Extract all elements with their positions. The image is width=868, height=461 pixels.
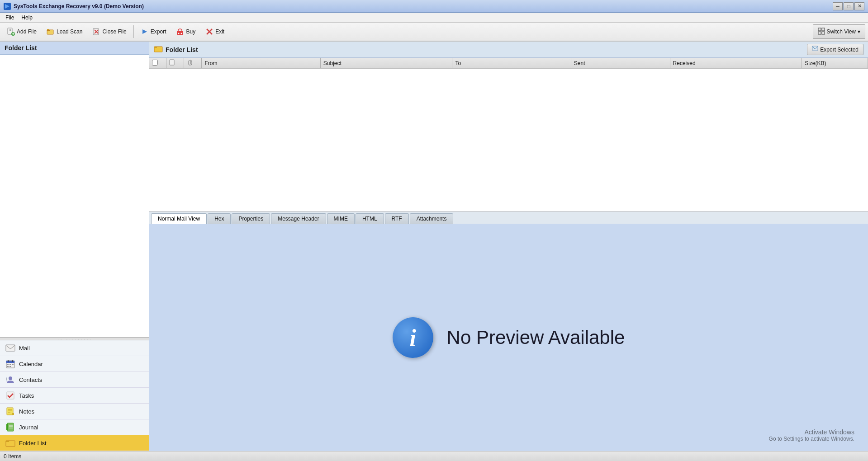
svg-rect-21 xyxy=(818,32,821,34)
tab-properties[interactable]: Properties xyxy=(232,213,270,224)
select-all-checkbox[interactable] xyxy=(152,60,158,66)
switch-view-button[interactable]: Switch View ▾ xyxy=(813,24,865,39)
sidebar-item-contacts-label: Contacts xyxy=(19,376,42,383)
svg-rect-34 xyxy=(6,377,7,381)
col-header-attach xyxy=(184,58,202,69)
no-preview-text: No Preview Available xyxy=(447,327,625,348)
minimize-button[interactable]: ─ xyxy=(833,2,843,10)
close-file-icon xyxy=(92,28,100,36)
exit-label: Exit xyxy=(215,28,224,35)
sidebar-item-journal-label: Journal xyxy=(19,424,38,431)
contacts-icon xyxy=(5,375,15,385)
sidebar-item-tasks-label: Tasks xyxy=(19,392,34,399)
sidebar-folder-list-title: Folder List xyxy=(0,42,149,55)
close-file-button[interactable]: Close File xyxy=(88,24,130,39)
tab-html[interactable]: HTML xyxy=(356,213,384,224)
col-header-received[interactable]: Received xyxy=(670,58,802,69)
export-selected-icon xyxy=(812,46,818,53)
close-button[interactable]: ✕ xyxy=(854,2,864,10)
col-header-sent[interactable]: Sent xyxy=(571,58,670,69)
mail-icon xyxy=(5,343,15,353)
col-header-from[interactable]: From xyxy=(202,58,320,69)
export-icon xyxy=(141,28,149,36)
main-content: Folder List · · · · · · · · · · · · Mail xyxy=(0,42,868,451)
col-header-to[interactable]: To xyxy=(452,58,571,69)
activate-windows: Activate Windows Go to Settings to activ… xyxy=(769,428,854,442)
folder-list-icon xyxy=(5,438,15,448)
no-preview-container: i No Preview Available xyxy=(393,317,625,358)
sidebar-item-calendar-label: Calendar xyxy=(19,361,43,367)
buy-button[interactable]: Buy xyxy=(172,24,199,39)
info-circle-icon: i xyxy=(393,317,433,358)
preview-area: i No Preview Available Activate Windows … xyxy=(149,224,868,451)
title-bar: SysTools Exchange Recovery v9.0 (Demo Ve… xyxy=(0,0,868,13)
svg-point-33 xyxy=(9,376,12,380)
load-scan-label: Load Scan xyxy=(57,28,82,35)
buy-label: Buy xyxy=(186,28,195,35)
sidebar-item-journal[interactable]: Journal xyxy=(0,419,149,435)
sidebar-item-notes[interactable]: Notes xyxy=(0,404,149,419)
exit-button[interactable]: Exit xyxy=(201,24,228,39)
tab-mime[interactable]: MIME xyxy=(327,213,355,224)
svg-rect-30 xyxy=(12,364,14,365)
svg-rect-22 xyxy=(822,32,825,34)
svg-rect-23 xyxy=(6,345,15,351)
menu-help[interactable]: Help xyxy=(18,14,36,22)
load-scan-icon xyxy=(47,28,55,36)
sidebar-item-folder-list-label: Folder List xyxy=(19,440,47,447)
col-header-checkbox[interactable] xyxy=(149,58,166,69)
preview-tabs: Normal Mail View Hex Properties Message … xyxy=(149,212,868,224)
tab-hex[interactable]: Hex xyxy=(208,213,231,224)
tab-message-header[interactable]: Message Header xyxy=(271,213,326,224)
add-file-button[interactable]: Add File xyxy=(3,24,41,39)
email-table: From Subject To Sent Received Size(KB) xyxy=(149,58,868,69)
sidebar-item-mail[interactable]: Mail xyxy=(0,340,149,356)
notes-icon xyxy=(5,406,15,416)
close-file-label: Close File xyxy=(102,28,126,35)
svg-rect-28 xyxy=(7,364,9,365)
svg-marker-13 xyxy=(142,29,147,34)
sidebar-item-tasks[interactable]: Tasks xyxy=(0,388,149,404)
svg-rect-32 xyxy=(9,366,11,367)
calendar-icon xyxy=(5,359,15,369)
menu-file[interactable]: File xyxy=(2,14,18,22)
exit-icon xyxy=(205,28,213,36)
tab-normal-mail-view[interactable]: Normal Mail View xyxy=(151,213,207,224)
sidebar-item-notes-label: Notes xyxy=(19,408,34,415)
switch-view-icon xyxy=(818,28,825,36)
tab-rtf[interactable]: RTF xyxy=(385,213,409,224)
tab-attachments[interactable]: Attachments xyxy=(410,213,454,224)
col-header-type xyxy=(166,58,184,69)
svg-rect-9 xyxy=(47,29,49,30)
toolbar: Add File Load Scan Close File Ex xyxy=(0,23,868,42)
col-header-size[interactable]: Size(KB) xyxy=(802,58,868,69)
svg-rect-14 xyxy=(177,31,183,35)
svg-rect-43 xyxy=(7,423,14,431)
add-file-icon xyxy=(7,28,15,36)
sidebar-item-folder-list[interactable]: Folder List xyxy=(0,435,149,451)
maximize-button[interactable]: □ xyxy=(844,2,854,10)
right-header-title: Folder List xyxy=(154,45,198,54)
activate-windows-title: Activate Windows xyxy=(769,428,854,436)
svg-rect-52 xyxy=(812,46,818,51)
svg-point-16 xyxy=(181,33,182,34)
add-file-label: Add File xyxy=(17,28,37,35)
right-header-folder-icon xyxy=(154,45,163,54)
export-selected-button[interactable]: Export Selected xyxy=(807,44,863,55)
export-button[interactable]: Export xyxy=(137,24,171,39)
menu-bar: File Help xyxy=(0,13,868,23)
right-header: Folder List Export Selected xyxy=(149,42,868,58)
switch-view-dropdown-icon: ▾ xyxy=(858,28,860,35)
title-bar-left: SysTools Exchange Recovery v9.0 (Demo Ve… xyxy=(4,3,144,10)
toolbar-sep-1 xyxy=(133,25,134,38)
sidebar-item-contacts[interactable]: Contacts xyxy=(0,372,149,388)
tasks-icon xyxy=(5,390,15,400)
activate-windows-sub: Go to Settings to activate Windows. xyxy=(769,436,854,442)
load-scan-button[interactable]: Load Scan xyxy=(43,24,86,39)
svg-rect-31 xyxy=(7,366,9,367)
svg-rect-44 xyxy=(6,424,8,430)
sidebar-folder-list xyxy=(0,55,149,338)
col-header-subject[interactable]: Subject xyxy=(320,58,452,69)
status-item-count: 0 Items xyxy=(4,453,21,460)
sidebar-item-calendar[interactable]: Calendar xyxy=(0,356,149,372)
